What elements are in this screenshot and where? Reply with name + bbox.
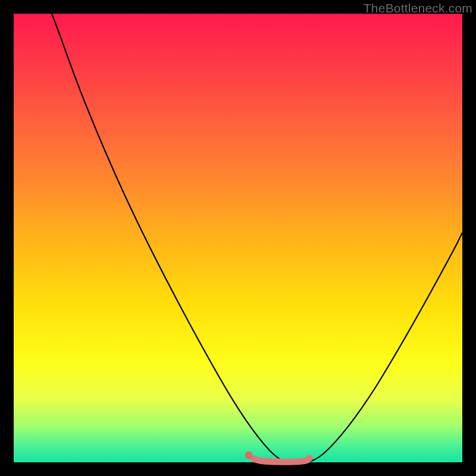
flat-start-dot	[245, 452, 253, 459]
plot-area	[14, 14, 462, 462]
chart-frame: TheBottleneck.com	[0, 0, 476, 476]
flat-end-dot	[306, 455, 313, 462]
optimal-flat-segment	[253, 458, 309, 462]
bottleneck-curve-svg	[14, 14, 462, 462]
bottleneck-curve	[52, 14, 462, 462]
